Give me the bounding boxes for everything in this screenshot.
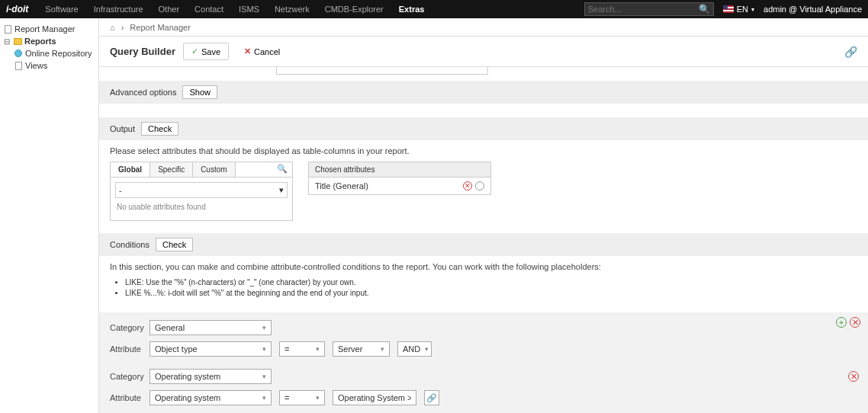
nav-extras[interactable]: Extras bbox=[391, 0, 432, 18]
chevron-down-icon: ▾ bbox=[316, 394, 320, 402]
chevron-down-icon: ▾ bbox=[279, 185, 284, 195]
cancel-button[interactable]: ✕ Cancel bbox=[236, 43, 288, 59]
chevron-down-icon: ▾ bbox=[262, 373, 266, 380]
remove-icon[interactable]: ✕ bbox=[463, 181, 472, 190]
sidebar-online-repo[interactable]: Online Repository bbox=[3, 47, 95, 59]
check-icon: ✓ bbox=[191, 46, 198, 56]
flag-icon bbox=[723, 5, 734, 13]
remove-block-icon[interactable]: ✕ bbox=[850, 317, 860, 328]
chevron-down-icon: ▾ bbox=[751, 6, 754, 13]
value-text: Operating System >> Microso bbox=[338, 393, 411, 402]
conditions-check-button[interactable]: Check bbox=[156, 238, 193, 251]
attribute-dropdown[interactable]: - ▾ bbox=[115, 182, 288, 198]
doc-icon bbox=[5, 25, 11, 34]
output-label: Output bbox=[110, 124, 135, 133]
value-value: Server bbox=[338, 344, 362, 354]
category-select-2[interactable]: Operating system ▾ bbox=[149, 369, 272, 384]
chevron-down-icon: ▾ bbox=[262, 324, 266, 331]
value-input-2[interactable]: Operating System >> Microso bbox=[333, 390, 416, 405]
search-box[interactable]: 🔍 bbox=[584, 2, 714, 16]
output-hint: Please select attributes that should be … bbox=[110, 146, 857, 155]
conditions-intro: In this section, you can make and combin… bbox=[110, 262, 857, 271]
home-icon[interactable]: ⌂ bbox=[110, 23, 115, 32]
sidebar-online-label: Online Repository bbox=[25, 49, 92, 58]
globe-icon bbox=[14, 50, 22, 57]
language-selector[interactable]: EN ▾ bbox=[723, 5, 754, 14]
tab-search-icon[interactable]: 🔍 bbox=[272, 162, 292, 177]
add-row-icon[interactable]: + bbox=[836, 317, 847, 328]
advanced-label: Advanced options bbox=[110, 88, 176, 97]
lang-label: EN bbox=[737, 5, 748, 14]
sidebar: Report Manager ⊟ Reports Online Reposito… bbox=[0, 18, 99, 413]
operator-select-2[interactable]: = ▾ bbox=[279, 390, 325, 405]
remove-row-icon[interactable]: ✕ bbox=[848, 371, 859, 382]
nav-contact[interactable]: Contact bbox=[187, 0, 231, 18]
top-nav: Software Infrastructure Other Contact IS… bbox=[37, 0, 432, 18]
sidebar-reports[interactable]: ⊟ Reports bbox=[3, 35, 95, 47]
sidebar-reports-label: Reports bbox=[24, 37, 56, 46]
logic-value: AND bbox=[403, 344, 420, 354]
output-check-button[interactable]: Check bbox=[141, 122, 178, 136]
chevron-down-icon: ▾ bbox=[381, 345, 384, 353]
no-attributes-text: No usable attributes found bbox=[115, 198, 288, 216]
search-input[interactable] bbox=[588, 5, 699, 14]
chevron-down-icon: ▾ bbox=[425, 345, 429, 353]
nav-infrastructure[interactable]: Infrastructure bbox=[86, 0, 151, 18]
sidebar-root-label: Report Manager bbox=[14, 24, 76, 34]
advanced-show-button[interactable]: Show bbox=[182, 85, 217, 99]
operator-select-1[interactable]: = ▾ bbox=[279, 341, 325, 357]
chosen-item-label: Title (General) bbox=[315, 181, 368, 190]
category-value: General bbox=[155, 323, 185, 332]
logo: i-doit bbox=[6, 4, 28, 14]
nav-other[interactable]: Other bbox=[151, 0, 188, 18]
radio-icon[interactable] bbox=[475, 181, 484, 190]
category-select-1[interactable]: General ▾ bbox=[149, 320, 272, 335]
folder-icon bbox=[14, 38, 22, 45]
nav-isms[interactable]: ISMS bbox=[231, 0, 267, 18]
chosen-attributes-box: Chosen attributes Title (General) ✕ bbox=[308, 162, 491, 195]
nav-netzwerk[interactable]: Netzwerk bbox=[267, 0, 317, 18]
category-value: Operating system bbox=[155, 372, 220, 381]
collapse-icon[interactable]: ⊟ bbox=[3, 37, 11, 46]
logic-select-1[interactable]: AND ▾ bbox=[397, 341, 432, 357]
search-icon[interactable]: 🔍 bbox=[699, 4, 710, 14]
operator-value: = bbox=[285, 393, 289, 402]
attribute-select-1[interactable]: Object type ▾ bbox=[149, 341, 272, 357]
sidebar-views[interactable]: Views bbox=[3, 59, 95, 72]
attribute-label: Attribute bbox=[110, 393, 142, 402]
x-icon: ✕ bbox=[244, 46, 251, 56]
placeholder-hint-2: LIKE %...%: i-doit will set "%" at the b… bbox=[125, 288, 857, 299]
textarea-stub[interactable] bbox=[276, 67, 488, 75]
link-button[interactable]: 🔗 bbox=[424, 390, 439, 405]
tab-global[interactable]: Global bbox=[111, 162, 150, 177]
permalink-icon[interactable]: 🔗 bbox=[844, 46, 857, 58]
nav-cmdb-explorer[interactable]: CMDB-Explorer bbox=[317, 0, 391, 18]
nav-software[interactable]: Software bbox=[37, 0, 85, 18]
tab-custom[interactable]: Custom bbox=[193, 162, 235, 177]
operator-value: = bbox=[285, 344, 289, 354]
attribute-dropdown-value: - bbox=[119, 186, 122, 195]
category-label: Category bbox=[110, 323, 142, 332]
chosen-item[interactable]: Title (General) ✕ bbox=[309, 178, 490, 194]
placeholder-hint-1: LIKE: Use the "%" (n-characters) or "_" … bbox=[125, 277, 857, 288]
chevron-right-icon: › bbox=[121, 23, 124, 32]
condition-block-1: + ✕ Category General ▾ Attribute Object … bbox=[99, 312, 868, 413]
tab-specific[interactable]: Specific bbox=[150, 162, 193, 177]
attribute-select-2[interactable]: Operating system ▾ bbox=[149, 390, 272, 405]
chevron-down-icon: ▾ bbox=[262, 394, 266, 402]
attribute-selector-box: Global Specific Custom 🔍 - ▾ No usable a… bbox=[110, 162, 293, 221]
attribute-label: Attribute bbox=[110, 344, 142, 354]
chevron-down-icon: ▾ bbox=[262, 345, 266, 353]
save-button[interactable]: ✓ Save bbox=[183, 43, 229, 60]
breadcrumb-item[interactable]: Report Manager bbox=[130, 23, 191, 32]
sidebar-root[interactable]: Report Manager bbox=[3, 23, 95, 35]
user-info[interactable]: admin @ Virtual Appliance bbox=[764, 5, 862, 14]
conditions-label: Conditions bbox=[110, 240, 149, 249]
doc-icon bbox=[15, 62, 22, 70]
value-select-1[interactable]: Server ▾ bbox=[333, 341, 390, 357]
breadcrumb: ⌂ › Report Manager bbox=[99, 18, 868, 37]
attribute-value: Operating system bbox=[155, 393, 220, 402]
cancel-label: Cancel bbox=[254, 47, 280, 56]
save-label: Save bbox=[201, 47, 220, 56]
page-title: Query Builder bbox=[110, 46, 175, 57]
